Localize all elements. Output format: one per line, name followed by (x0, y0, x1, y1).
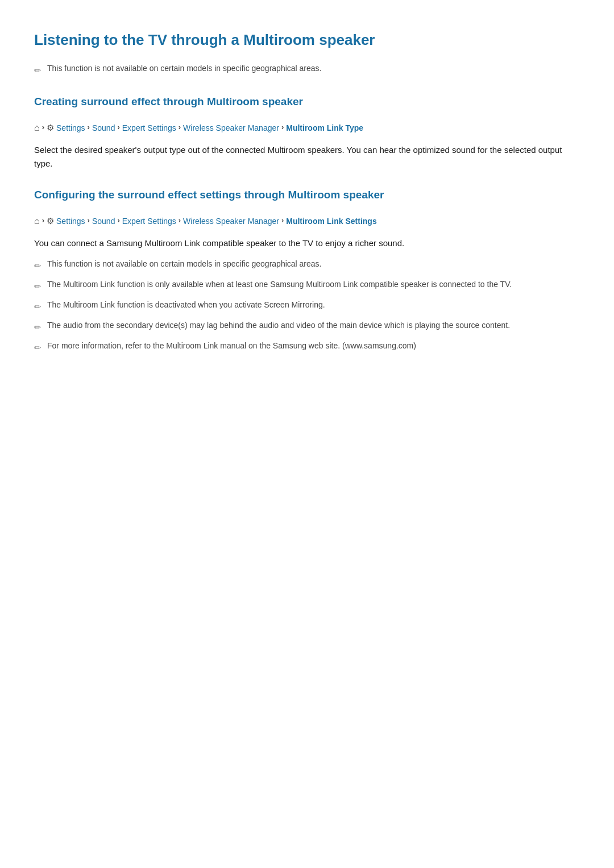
breadcrumb2-sound[interactable]: Sound (92, 215, 115, 227)
note-icon-3: ✏ (34, 321, 42, 334)
breadcrumb1-arrow4: › (179, 122, 181, 134)
section2-title: Configuring the surround effect settings… (34, 186, 580, 206)
note-icon-4: ✏ (34, 341, 42, 355)
note-text-1: The Multiroom Link function is only avai… (47, 279, 512, 290)
section1-body: Select the desired speaker's output type… (34, 143, 580, 171)
breadcrumb2-expert-settings[interactable]: Expert Settings (122, 215, 176, 227)
note-icon-0: ✏ (34, 259, 42, 273)
breadcrumb2-arrow3: › (117, 215, 119, 227)
breadcrumb2-home-icon: ⌂ (34, 214, 40, 229)
breadcrumb1-expert-settings[interactable]: Expert Settings (122, 122, 176, 134)
section2-notes: ✏ This function is not available on cert… (34, 258, 580, 355)
breadcrumb1-sound[interactable]: Sound (92, 122, 115, 134)
breadcrumb2-arrow1: › (42, 215, 44, 227)
breadcrumb1-arrow5: › (281, 122, 284, 134)
intro-note: ✏ This function is not available on cert… (34, 63, 580, 77)
note-text-4: For more information, refer to the Multi… (47, 340, 416, 352)
breadcrumb1-wireless-speaker-manager[interactable]: Wireless Speaker Manager (183, 122, 279, 134)
section2-breadcrumb: ⌂ › ⚙ Settings › Sound › Expert Settings… (34, 214, 580, 229)
page-title: Listening to the TV through a Multiroom … (34, 23, 580, 52)
section1-breadcrumb: ⌂ › ⚙ Settings › Sound › Expert Settings… (34, 121, 580, 135)
breadcrumb2-wireless-speaker-manager[interactable]: Wireless Speaker Manager (183, 215, 279, 227)
breadcrumb1-arrow3: › (117, 122, 119, 134)
breadcrumb2-active: Multiroom Link Settings (286, 215, 376, 227)
note-icon-1: ✏ (34, 280, 42, 293)
note-item-0: ✏ This function is not available on cert… (34, 258, 580, 273)
breadcrumb1-arrow1: › (42, 122, 44, 134)
breadcrumb1-active: Multiroom Link Type (286, 122, 363, 134)
breadcrumb2-arrow4: › (179, 215, 181, 227)
section2-body: You can connect a Samsung Multiroom Link… (34, 236, 580, 250)
note-item-4: ✏ For more information, refer to the Mul… (34, 340, 580, 355)
intro-note-icon: ✏ (34, 64, 42, 77)
note-icon-2: ✏ (34, 300, 42, 314)
note-text-0: This function is not available on certai… (47, 258, 322, 270)
note-text-2: The Multiroom Link function is deactivat… (47, 299, 325, 311)
breadcrumb2-arrow2: › (88, 215, 90, 227)
note-item-3: ✏ The audio from the secondary device(s)… (34, 319, 580, 334)
note-item-2: ✏ The Multiroom Link function is deactiv… (34, 299, 580, 314)
breadcrumb2-arrow5: › (281, 215, 284, 227)
breadcrumb1-home-icon: ⌂ (34, 121, 40, 135)
section1-title: Creating surround effect through Multiro… (34, 93, 580, 113)
breadcrumb2-settings[interactable]: Settings (56, 215, 85, 227)
note-item-1: ✏ The Multiroom Link function is only av… (34, 279, 580, 293)
intro-note-text: This function is not available on certai… (47, 63, 322, 74)
note-text-3: The audio from the secondary device(s) m… (47, 319, 510, 331)
breadcrumb1-gear-icon: ⚙ (47, 121, 54, 135)
breadcrumb1-settings[interactable]: Settings (56, 122, 85, 134)
breadcrumb1-arrow2: › (88, 122, 90, 134)
breadcrumb2-gear-icon: ⚙ (47, 214, 54, 228)
